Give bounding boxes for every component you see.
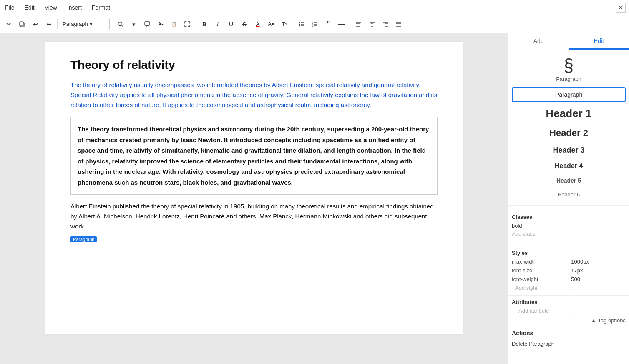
numbered-list-button[interactable]: 1.2.3. [309, 18, 321, 30]
style-colon-add: : [568, 284, 570, 292]
separator-4 [293, 19, 293, 29]
svg-point-7 [299, 25, 300, 26]
editor-area[interactable]: Theory of relativity The theory of relat… [0, 33, 508, 364]
paragraph-1[interactable]: The theory of relativity usually encompa… [70, 80, 438, 110]
classes-label: Classes [512, 214, 626, 220]
comment-button[interactable] [141, 18, 153, 30]
divider-2 [508, 241, 629, 241]
strikethrough-button[interactable]: S [238, 18, 251, 30]
paragraph-dropdown-arrow: ▾ [90, 21, 107, 27]
style-key-2: font-weight [512, 275, 566, 283]
class-bold[interactable]: bold [508, 222, 629, 230]
attributes-section: Attributes Add attribute : [508, 299, 629, 315]
svg-point-5 [299, 22, 300, 23]
close-button[interactable]: × [616, 3, 626, 13]
chevron-up-icon: ▲ [591, 317, 596, 324]
separator-1 [57, 19, 58, 29]
search-button[interactable] [114, 18, 127, 30]
divider-3 [508, 295, 629, 296]
format-option-h5[interactable]: Header 5 [512, 174, 626, 187]
separator-5 [350, 19, 350, 29]
format-option-h4[interactable]: Header 4 [512, 159, 626, 173]
menu-edit[interactable]: Edit [23, 3, 36, 12]
paragraph-type-label: Paragraph [63, 21, 88, 27]
right-panel: Add Edit § Paragraph Paragraph Header 1 … [508, 33, 629, 364]
review-button[interactable]: 📋 [168, 18, 180, 30]
bold-button[interactable]: B [198, 18, 211, 30]
paragraph-2[interactable]: The theory transformed theoretical physi… [70, 117, 438, 195]
format-option-h3[interactable]: Header 3 [512, 143, 626, 158]
tag-options-label: Tag options [598, 317, 626, 324]
italic-button[interactable]: I [211, 18, 224, 30]
attributes-label: Attributes [512, 299, 626, 305]
svg-text:3.: 3. [312, 24, 314, 27]
bullet-list-button[interactable] [295, 18, 308, 30]
add-class-input[interactable]: Add class [508, 230, 629, 238]
toolbar: ✂ ↩ ↪ Paragraph ▾ Aₙ 📋 B I U S A A▾ Tx 1… [0, 15, 629, 33]
style-val-1[interactable]: 17px [571, 266, 626, 274]
tab-add[interactable]: Add [508, 33, 569, 50]
align-right-button[interactable] [379, 18, 392, 30]
align-left-button[interactable] [352, 18, 365, 30]
section-icon-area: § Paragraph [508, 50, 629, 85]
menu-insert[interactable]: Insert [65, 3, 83, 12]
tab-edit[interactable]: Edit [569, 33, 629, 50]
format-option-h6[interactable]: Header 6 [512, 188, 626, 201]
fullscreen-button[interactable] [181, 18, 194, 30]
menu-view[interactable]: View [43, 3, 59, 12]
separator-3 [196, 19, 196, 29]
svg-rect-1 [20, 22, 23, 26]
style-val-2[interactable]: 500 [571, 275, 626, 283]
svg-point-2 [118, 22, 122, 25]
attributes-grid: Add attribute : [512, 307, 626, 315]
document-title[interactable]: Theory of relativity [70, 58, 438, 72]
format-option-h1[interactable]: Header 1 [512, 104, 626, 123]
undo-button[interactable]: ↩ [29, 18, 42, 30]
paragraph-3[interactable]: Albert Einstein published the theory of … [70, 201, 438, 231]
main-layout: Theory of relativity The theory of relat… [0, 33, 629, 364]
styles-grid: max-width : 1000px font-size : 17px font… [508, 258, 629, 292]
section-symbol: § [564, 57, 574, 74]
style-colon-1: : [568, 266, 570, 274]
add-attribute-input[interactable]: Add attribute [515, 307, 566, 315]
blockquote-button[interactable]: " [322, 18, 335, 30]
font-color-button[interactable]: A [252, 18, 264, 30]
style-colon-0: : [568, 258, 570, 266]
copy-button[interactable] [16, 18, 28, 30]
format-option-h2[interactable]: Header 2 [512, 124, 626, 142]
redo-button[interactable]: ↪ [43, 18, 55, 30]
actions-title: Actions [512, 330, 626, 336]
highlight-button[interactable]: A▾ [265, 18, 277, 30]
cut-button[interactable]: ✂ [3, 18, 15, 30]
tag-options-row[interactable]: ▲ Tag options [508, 315, 629, 326]
section-label: Paragraph [556, 76, 581, 82]
paragraph-tag-badge: Paragraph [70, 235, 438, 242]
style-colon-2: : [568, 275, 570, 283]
hr-button[interactable]: — [335, 18, 348, 30]
menu-format[interactable]: Format [90, 3, 112, 12]
delete-paragraph-button[interactable]: Delete Paragraph [512, 340, 626, 348]
paragraph-type-select[interactable]: Paragraph ▾ [60, 18, 110, 30]
svg-point-6 [299, 23, 300, 24]
menu-file[interactable]: File [3, 3, 16, 12]
style-key-0: max-width [512, 258, 566, 266]
svg-line-3 [122, 25, 123, 27]
panel-tabs: Add Edit [508, 33, 629, 50]
style-val-0[interactable]: 1000px [571, 258, 626, 266]
format-options-list: Paragraph Header 1 Header 2 Header 3 Hea… [508, 85, 629, 202]
clear-format-button[interactable]: Tx [278, 18, 291, 30]
add-style-input[interactable]: Add style [512, 284, 566, 292]
underline-button[interactable]: U [225, 18, 237, 30]
editor-page[interactable]: Theory of relativity The theory of relat… [45, 42, 463, 334]
align-justify-button[interactable] [392, 18, 405, 30]
translate-button[interactable]: Aₙ [154, 18, 167, 30]
link-button[interactable] [128, 18, 140, 30]
styles-label: Styles [512, 250, 626, 256]
actions-section: Actions Delete Paragraph [508, 326, 629, 351]
svg-rect-4 [145, 22, 150, 25]
align-center-button[interactable] [366, 18, 378, 30]
separator-2 [112, 19, 112, 29]
style-key-1: font-size [512, 266, 566, 274]
format-option-paragraph[interactable]: Paragraph [512, 87, 626, 102]
divider-1 [508, 205, 629, 206]
